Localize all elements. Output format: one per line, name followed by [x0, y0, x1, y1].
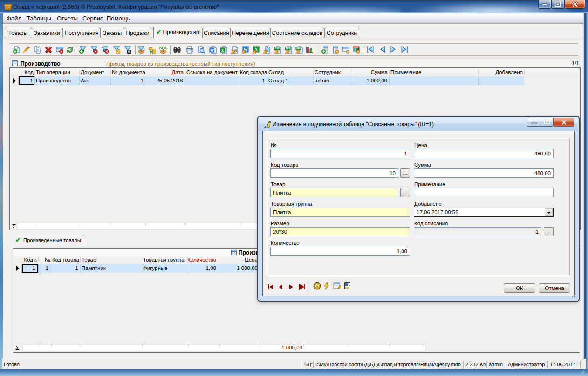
svg-text:SQL: SQL	[159, 46, 167, 50]
svg-text:CSV: CSV	[275, 47, 280, 50]
svg-text:TXT: TXT	[286, 47, 291, 50]
svg-text:X: X	[221, 48, 224, 53]
svg-text:W: W	[210, 48, 214, 53]
svg-text:XML: XML	[296, 47, 301, 50]
